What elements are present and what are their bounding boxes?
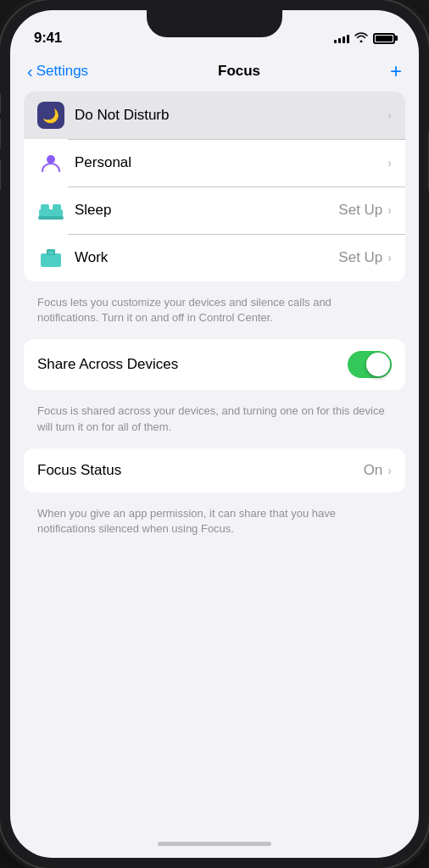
svg-rect-2 (41, 204, 49, 211)
sleep-label: Sleep (75, 202, 338, 219)
work-icon (37, 244, 64, 271)
do-not-disturb-label: Do Not Disturb (75, 107, 387, 124)
signal-icon (334, 33, 349, 43)
svg-rect-3 (53, 204, 61, 211)
sleep-value: Set Up (338, 202, 382, 219)
battery-fill (376, 36, 393, 42)
svg-point-0 (47, 155, 55, 164)
moon-icon: 🌙 (37, 102, 64, 129)
volume-down-button[interactable] (0, 159, 1, 190)
home-bar (158, 842, 271, 846)
share-devices-toggle[interactable] (348, 351, 392, 378)
share-devices-item[interactable]: Share Across Devices (24, 339, 405, 390)
sleep-icon (37, 197, 64, 224)
add-button[interactable]: + (390, 61, 402, 81)
do-not-disturb-chevron: › (387, 108, 392, 122)
do-not-disturb-item[interactable]: 🌙 Do Not Disturb › (24, 92, 405, 139)
back-label: Settings (36, 63, 88, 80)
svg-rect-8 (48, 251, 53, 254)
battery-icon (373, 33, 395, 44)
work-chevron: › (387, 251, 392, 264)
work-item[interactable]: Work Set Up › (24, 234, 405, 281)
focus-status-description: When you give an app permission, it can … (24, 499, 405, 550)
work-value: Set Up (338, 249, 382, 266)
svg-rect-4 (38, 216, 64, 220)
sleep-item[interactable]: Sleep Set Up › (24, 186, 405, 234)
focus-list-group: 🌙 Do Not Disturb › Personal › (24, 92, 405, 281)
personal-item[interactable]: Personal › (24, 139, 405, 186)
home-indicator (10, 829, 419, 858)
page-title: Focus (218, 63, 260, 80)
nav-bar: ‹ Settings Focus + (10, 54, 419, 92)
focus-status-item[interactable]: Focus Status On › (24, 448, 405, 492)
share-devices-label: Share Across Devices (37, 356, 348, 373)
work-label: Work (75, 249, 338, 266)
silent-switch[interactable] (0, 93, 1, 114)
status-time: 9:41 (34, 30, 62, 47)
focus-status-label: Focus Status (37, 462, 364, 479)
back-chevron-icon: ‹ (27, 62, 33, 81)
focus-status-chevron: › (387, 464, 392, 477)
content-area: 🌙 Do Not Disturb › Personal › (10, 92, 419, 829)
person-icon (37, 149, 64, 176)
toggle-knob (366, 353, 390, 376)
volume-up-button[interactable] (0, 119, 1, 149)
status-icons (334, 32, 395, 45)
share-devices-group: Share Across Devices (24, 339, 405, 390)
wifi-icon (354, 32, 368, 45)
focus-description: Focus lets you customize your devices an… (24, 288, 405, 339)
phone-screen: 9:41 (10, 10, 419, 858)
personal-chevron: › (387, 156, 392, 170)
personal-label: Personal (75, 154, 387, 171)
sleep-chevron: › (387, 203, 392, 217)
focus-status-group: Focus Status On › (24, 448, 405, 492)
phone-frame: 9:41 (0, 0, 429, 868)
back-button[interactable]: ‹ Settings (27, 62, 88, 81)
focus-status-value: On (364, 462, 383, 479)
notch (147, 10, 282, 37)
share-description: Focus is shared across your devices, and… (24, 397, 405, 448)
